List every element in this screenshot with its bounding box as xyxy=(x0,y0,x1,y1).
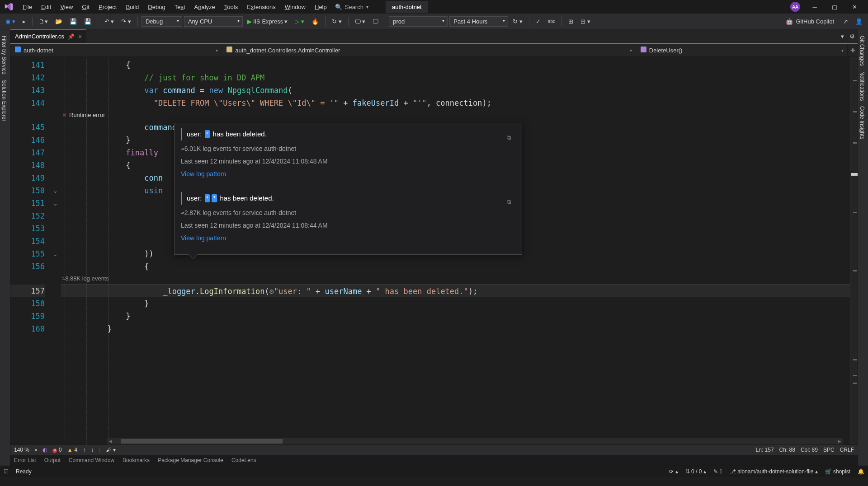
nav-back-button[interactable]: ◉ ▾ xyxy=(3,16,18,27)
zoom-level[interactable]: 140 % xyxy=(14,447,29,453)
scrollbar-thumb[interactable] xyxy=(121,439,283,444)
method-nav-dropdown[interactable]: DeleteUser() xyxy=(636,45,848,56)
menu-tools[interactable]: Tools xyxy=(220,2,242,12)
warning-count[interactable]: ▲4 xyxy=(67,447,78,453)
notifications-icon[interactable]: 🔔 xyxy=(858,468,864,475)
code-insights-tab[interactable]: Code Insights xyxy=(858,103,866,142)
account-icon[interactable]: 👤 xyxy=(853,16,865,27)
bookmarks-tab[interactable]: Bookmarks xyxy=(123,457,150,463)
error-list-tab[interactable]: Error List xyxy=(14,457,36,463)
start-no-debug-icon[interactable]: ▷ ▾ xyxy=(292,16,307,27)
platform-dropdown[interactable]: Any CPU xyxy=(184,16,243,27)
output-tab[interactable]: Output xyxy=(44,457,61,463)
status-bar: ☑ Ready ⟳ ▴ ⇅ 0 / 0 ▴ ✎ 1 ⎇ alonam/auth-… xyxy=(0,466,868,477)
brush-icon[interactable]: 🖌 ▾ xyxy=(106,447,115,453)
horizontal-scrollbar[interactable]: ◀ ▶ xyxy=(107,438,843,444)
next-issue-icon[interactable]: ↓ xyxy=(91,447,94,453)
menu-extensions[interactable]: Extensions xyxy=(242,2,280,12)
project-nav-dropdown[interactable]: auth-dotnet xyxy=(10,45,222,56)
editor-area: AdminController.cs 📌 × ▾ ⚙ auth-dotnet a… xyxy=(10,29,858,466)
user-avatar[interactable]: AA xyxy=(790,2,800,12)
save-all-icon[interactable]: 💾 xyxy=(81,16,94,27)
nav-forward-button[interactable]: ▸ xyxy=(20,16,28,27)
maximize-button[interactable]: ▢ xyxy=(825,0,844,14)
copilot-button[interactable]: 🤖 GitHub Copilot xyxy=(781,16,839,27)
fold-icon[interactable]: ⌄ xyxy=(49,248,61,260)
command-window-tab[interactable]: Command Window xyxy=(69,457,114,463)
abc-icon[interactable]: abc xyxy=(545,17,558,26)
spell-check-icon[interactable]: ✓ xyxy=(533,16,543,27)
refresh-icon[interactable]: ↻ ▾ xyxy=(510,16,525,27)
tab-settings-icon[interactable]: ⚙ xyxy=(847,29,858,43)
minimize-button[interactable]: ─ xyxy=(805,0,825,14)
file-tab[interactable]: AdminController.cs 📌 × xyxy=(10,29,86,43)
notifications-tab[interactable]: Notifications xyxy=(858,69,866,103)
whitespace-mode[interactable]: SPC xyxy=(823,447,835,453)
view-log-pattern-link[interactable]: View log pattern xyxy=(181,168,226,180)
fold-icon[interactable]: ⌄ xyxy=(49,184,61,197)
start-button[interactable]: ▶ IIS Express ▾ xyxy=(245,16,290,27)
filter-by-service-tab[interactable]: Filter by Service xyxy=(0,33,8,77)
menu-build[interactable]: Build xyxy=(121,2,143,12)
log-pattern-text: user: ** has been deleted. xyxy=(187,192,274,205)
project-icon xyxy=(15,47,21,54)
menu-edit[interactable]: Edit xyxy=(37,2,56,12)
fold-icon[interactable]: ⌄ xyxy=(49,197,61,210)
codelens-tab[interactable]: CodeLens xyxy=(231,457,256,463)
open-external-icon[interactable]: ⧉ xyxy=(507,196,511,208)
menu-file[interactable]: File xyxy=(18,2,37,12)
pmc-tab[interactable]: Package Manager Console xyxy=(158,457,223,463)
new-project-icon[interactable]: 🗋▾ xyxy=(36,16,51,27)
solution-context[interactable]: auth-dotnet xyxy=(386,1,428,13)
find-count[interactable]: ⇅ 0 / 0 ▴ xyxy=(685,468,706,475)
svg-rect-2 xyxy=(641,47,646,52)
hot-reload-icon[interactable]: 🔥 xyxy=(309,16,321,27)
menu-project[interactable]: Project xyxy=(94,2,121,12)
undo-icon[interactable]: ↶ ▾ xyxy=(102,16,117,27)
repo-indicator[interactable]: ⎇ alonam/auth-dotnet-solution-file ▴ xyxy=(730,468,818,475)
line-ending-mode[interactable]: CRLF xyxy=(840,447,854,453)
config-dropdown[interactable]: Debug xyxy=(142,16,182,27)
class-icon xyxy=(226,47,232,54)
split-editor-icon[interactable]: ✚ xyxy=(848,47,858,54)
menu-window[interactable]: Window xyxy=(280,2,310,12)
class-nav-dropdown[interactable]: auth_dotnet.Controllers.AdminController xyxy=(222,45,636,56)
overview-ruler[interactable] xyxy=(850,57,858,444)
close-button[interactable]: ✕ xyxy=(844,0,864,14)
menu-view[interactable]: View xyxy=(56,2,77,12)
animations-icon[interactable]: ⟳ ▴ xyxy=(669,468,678,475)
shopist-indicator[interactable]: 🛒 shopist xyxy=(825,468,850,475)
view-log-pattern-link[interactable]: View log pattern xyxy=(181,232,226,244)
menu-git[interactable]: Git xyxy=(77,2,94,12)
indent-icon[interactable]: ⊟ ▾ xyxy=(578,16,593,27)
menu-analyze[interactable]: Analyze xyxy=(190,2,220,12)
search-box[interactable]: 🔍 Search ▾ xyxy=(331,3,372,11)
line-indicator[interactable]: Ln: 157 xyxy=(756,447,774,453)
close-tab-icon[interactable]: × xyxy=(78,33,82,40)
git-changes-tab[interactable]: Git Changes xyxy=(858,33,866,69)
prev-issue-icon[interactable]: ↑ xyxy=(83,447,85,453)
tab-menu-icon[interactable]: ▾ xyxy=(838,29,847,43)
pin-icon[interactable]: 📌 xyxy=(68,33,75,40)
pending-edits[interactable]: ✎ 1 xyxy=(713,468,722,475)
align-icon[interactable]: ⊞ xyxy=(566,16,576,27)
browser-link-icon[interactable]: 🖵 ▾ xyxy=(352,16,368,27)
save-icon[interactable]: 💾 xyxy=(67,16,80,27)
share-icon[interactable]: ↗ xyxy=(840,16,851,27)
solution-explorer-tab[interactable]: Solution Explorer xyxy=(0,77,8,124)
open-external-icon[interactable]: ⧉ xyxy=(507,131,511,144)
code-editor[interactable]: 141 142 143 144 145 146 147 148 149 150 … xyxy=(10,57,858,444)
env-dropdown[interactable]: prod xyxy=(389,16,448,27)
reload-icon[interactable]: ↻ ▾ xyxy=(329,16,344,27)
health-icon[interactable]: ◐ xyxy=(42,447,47,453)
menu-help[interactable]: Help xyxy=(310,2,331,12)
web-publish-icon[interactable]: 🖵 xyxy=(370,16,381,27)
main-toolbar: ◉ ▾ ▸ 🗋▾ 📂 💾 💾 ↶ ▾ ↷ ▾ Debug Any CPU ▶ I… xyxy=(0,14,868,29)
open-icon[interactable]: 📂 xyxy=(52,16,65,27)
col-indicator: Col: 89 xyxy=(801,447,818,453)
menu-debug[interactable]: Debug xyxy=(143,2,170,12)
menu-test[interactable]: Test xyxy=(170,2,190,12)
error-count[interactable]: ✕0 xyxy=(52,447,62,453)
redo-icon[interactable]: ↷ ▾ xyxy=(118,16,134,27)
time-range-dropdown[interactable]: Past 4 Hours xyxy=(449,16,508,27)
